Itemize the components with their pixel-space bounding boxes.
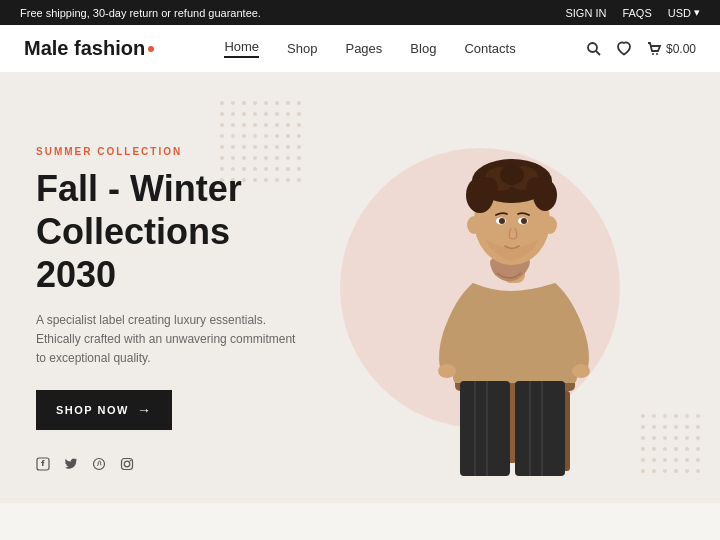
svg-point-8 [438, 364, 456, 378]
main-nav: Home Shop Pages Blog Contacts [224, 39, 515, 58]
twitter-icon[interactable] [64, 457, 78, 475]
svg-point-30 [467, 216, 481, 234]
hero-title: Fall - Winter Collections 2030 [36, 167, 304, 297]
search-button[interactable] [586, 41, 602, 57]
currency-dropdown[interactable]: USD ▾ [668, 6, 700, 19]
svg-point-2 [652, 53, 654, 55]
cart-button[interactable]: $0.00 [646, 41, 696, 57]
hero-title-line2: Collections 2030 [36, 211, 230, 295]
logo-text: Male fashion [24, 37, 145, 60]
svg-point-25 [500, 165, 524, 185]
shop-now-button[interactable]: SHOP NOW → [36, 390, 172, 430]
svg-point-9 [572, 364, 590, 378]
hero-title-line1: Fall - Winter [36, 168, 242, 209]
shop-btn-arrow: → [137, 402, 153, 418]
svg-point-3 [656, 53, 658, 55]
svg-point-31 [543, 216, 557, 234]
pinterest-icon[interactable] [92, 457, 106, 475]
svg-point-33 [94, 459, 105, 470]
logo-dot [148, 46, 154, 52]
instagram-icon[interactable] [120, 457, 134, 475]
svg-point-24 [526, 177, 544, 197]
svg-point-28 [499, 218, 505, 224]
svg-rect-11 [460, 381, 510, 476]
cart-total: $0.00 [666, 42, 696, 56]
shop-btn-label: SHOP NOW [56, 404, 129, 416]
nav-home[interactable]: Home [224, 39, 259, 58]
model-image [355, 83, 665, 503]
header-icons: $0.00 [586, 41, 696, 57]
header: Male fashion Home Shop Pages Blog Contac… [0, 25, 720, 73]
hero-section: const dgl = document.currentScript.paren… [0, 73, 720, 503]
logo: Male fashion [24, 37, 154, 60]
svg-point-23 [478, 177, 498, 197]
facebook-icon[interactable] [36, 457, 50, 475]
currency-label: USD [668, 7, 691, 19]
social-bar [36, 457, 134, 475]
announcement-text: Free shipping, 30-day return or refund g… [20, 7, 261, 19]
announcement-bar: Free shipping, 30-day return or refund g… [0, 0, 720, 25]
svg-line-1 [596, 51, 600, 55]
svg-point-36 [130, 460, 132, 462]
nav-shop[interactable]: Shop [287, 41, 317, 56]
nav-pages[interactable]: Pages [345, 41, 382, 56]
currency-chevron: ▾ [694, 6, 700, 19]
nav-blog[interactable]: Blog [410, 41, 436, 56]
svg-rect-12 [515, 381, 565, 476]
svg-point-35 [124, 461, 130, 467]
wishlist-button[interactable] [616, 41, 632, 57]
summer-collection-label: SUMMER COLLECTION [36, 146, 304, 157]
nav-contacts[interactable]: Contacts [464, 41, 515, 56]
sign-in-link[interactable]: SIGN IN [565, 7, 606, 19]
hero-content: SUMMER COLLECTION Fall - Winter Collecti… [0, 146, 340, 430]
svg-point-29 [521, 218, 527, 224]
hero-description: A specialist label creating luxury essen… [36, 311, 296, 369]
header-right-links: SIGN IN FAQS USD ▾ [565, 6, 700, 19]
faqs-link[interactable]: FAQS [622, 7, 651, 19]
svg-point-0 [588, 43, 597, 52]
